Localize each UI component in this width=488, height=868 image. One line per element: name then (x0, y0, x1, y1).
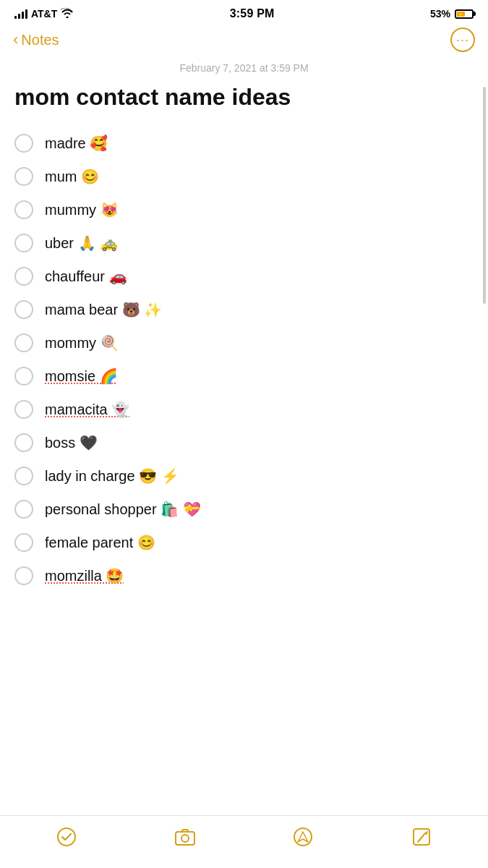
checkbox[interactable] (14, 533, 33, 552)
list-item: mama bear 🐻 ✨ (14, 293, 474, 326)
list-item: chauffeur 🚗 (14, 260, 474, 293)
back-chevron-icon: ‹ (13, 30, 18, 49)
more-button[interactable]: ··· (450, 27, 475, 52)
list-item: mommy 🍭 (14, 326, 474, 359)
checkbox[interactable] (14, 333, 33, 352)
item-label: mummy 😻 (45, 200, 119, 219)
svg-line-6 (418, 833, 425, 842)
status-bar: AT&T 3:59 PM 53% ⚡ (0, 0, 488, 25)
checkbox[interactable] (14, 234, 33, 252)
battery-icon: ⚡ (455, 9, 474, 19)
list-item: mamacita 👻 (14, 393, 474, 426)
item-label: momzilla 🤩 (45, 566, 124, 585)
time-label: 3:59 PM (230, 7, 275, 20)
svg-rect-1 (176, 832, 194, 845)
checklist: madre 🥰mum 😊mummy 😻uber 🙏 🚕chauffeur 🚗ma… (14, 127, 474, 592)
checkbox[interactable] (14, 433, 33, 452)
item-label: mama bear 🐻 ✨ (45, 300, 162, 319)
list-item: uber 🙏 🚕 (14, 226, 474, 260)
note-title: mom contact name ideas (14, 84, 474, 111)
list-item: madre 🥰 (14, 127, 474, 160)
checkmark-circle-button[interactable] (56, 826, 77, 848)
item-label: momsie 🌈 (45, 367, 118, 386)
scroll-indicator (483, 87, 486, 304)
checkbox[interactable] (14, 500, 33, 519)
location-circle-button[interactable] (292, 826, 314, 848)
status-left: AT&T (14, 8, 74, 20)
checkbox[interactable] (14, 167, 33, 186)
svg-point-3 (294, 828, 312, 846)
checkbox[interactable] (14, 367, 33, 386)
list-item: mummy 😻 (14, 193, 474, 226)
back-button[interactable]: ‹ Notes (13, 30, 59, 49)
more-icon: ··· (456, 33, 469, 48)
note-content: February 7, 2021 at 3:59 PM mom contact … (0, 59, 488, 815)
checkbox[interactable] (14, 566, 33, 585)
app-screen: AT&T 3:59 PM 53% ⚡ (0, 0, 488, 868)
battery-percent: 53% (430, 8, 450, 20)
status-right: 53% ⚡ (430, 8, 474, 20)
checkbox[interactable] (14, 134, 33, 153)
list-item: female parent 😊 (14, 526, 474, 559)
item-label: chauffeur 🚗 (45, 267, 127, 286)
svg-marker-4 (298, 832, 308, 842)
item-label: boss 🖤 (45, 433, 98, 452)
item-label: female parent 😊 (45, 533, 155, 552)
camera-button[interactable] (174, 826, 196, 848)
list-item: lady in charge 😎 ⚡ (14, 459, 474, 493)
list-item: mum 😊 (14, 160, 474, 193)
bottom-toolbar (0, 815, 488, 868)
item-label: mamacita 👻 (45, 400, 129, 419)
list-item: boss 🖤 (14, 426, 474, 459)
checkbox[interactable] (14, 300, 33, 319)
svg-point-0 (58, 828, 75, 846)
checkbox[interactable] (14, 200, 33, 219)
back-label: Notes (21, 32, 59, 48)
svg-point-2 (181, 835, 189, 842)
edit-button[interactable] (411, 826, 432, 848)
item-label: mum 😊 (45, 167, 99, 186)
item-label: uber 🙏 🚕 (45, 234, 118, 252)
item-label: personal shopper 🛍️ 💝 (45, 500, 201, 519)
carrier-label: AT&T (31, 8, 57, 20)
checkbox[interactable] (14, 467, 33, 485)
wifi-icon (61, 8, 74, 20)
item-label: lady in charge 😎 ⚡ (45, 467, 179, 485)
checkbox[interactable] (14, 267, 33, 286)
nav-bar: ‹ Notes ··· (0, 25, 488, 59)
signal-icon (14, 9, 27, 19)
list-item: momzilla 🤩 (14, 559, 474, 592)
list-item: personal shopper 🛍️ 💝 (14, 493, 474, 526)
note-timestamp: February 7, 2021 at 3:59 PM (14, 62, 474, 74)
item-label: mommy 🍭 (45, 333, 119, 352)
list-item: momsie 🌈 (14, 359, 474, 393)
item-label: madre 🥰 (45, 134, 108, 153)
checkbox[interactable] (14, 400, 33, 419)
